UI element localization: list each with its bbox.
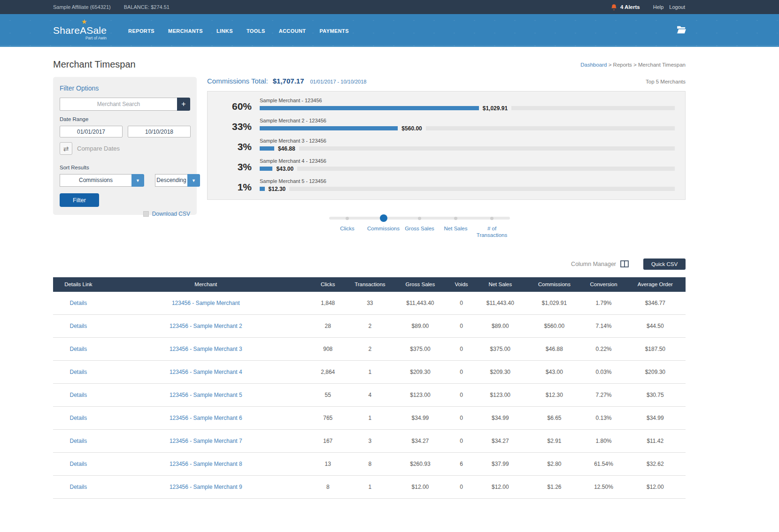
bar-value-label: $43.00 [276,166,293,172]
merchant-search-input[interactable] [60,98,177,111]
metric-tab-label[interactable]: Commissions [367,226,400,232]
end-date-input[interactable] [128,126,191,137]
table-cell: 13 [308,453,348,476]
merchant-link[interactable]: 123456 - Sample Merchant 6 [170,415,242,421]
sort-results-label: Sort Results [60,165,190,170]
metric-tab-clicks[interactable]: Clicks [329,214,365,239]
table-cell: 0 [448,292,474,315]
nav-item-payments[interactable]: PAYMENTS [319,28,349,34]
download-csv-checkbox[interactable] [143,211,149,217]
table-cell: 0 [448,338,474,361]
metric-tab-gross-sales[interactable]: Gross Sales [401,214,438,239]
table-cell: 1.79% [582,292,625,315]
merchant-link[interactable]: 123456 - Sample Merchant 2 [170,323,242,329]
metric-tab-commissions[interactable]: Commissions [365,214,401,239]
table-cell: $11.42 [625,430,686,453]
start-date-input[interactable] [60,126,123,137]
column-manager-button[interactable]: Column Manager [571,260,629,267]
table-cell: $12.00 [625,476,686,499]
details-link[interactable]: Details [70,438,87,444]
sort-direction-select[interactable]: Descending ▼ [155,174,200,187]
table-cell: 8 [348,453,392,476]
bar-merchant-label: Sample Merchant 3 - 123456 [260,138,675,144]
bar-value-label: $46.88 [278,145,295,152]
nav-item-links[interactable]: LINKS [216,28,233,34]
merchant-link[interactable]: 123456 - Sample Merchant [172,300,240,306]
help-link[interactable]: Help [653,4,664,10]
metric-tab-label[interactable]: # of Transactions [474,226,510,239]
metric-dot[interactable] [346,217,349,220]
nav-item-reports[interactable]: REPORTS [128,28,154,34]
table-row: Details123456 - Sample Merchant 2282$89.… [53,315,686,338]
bar-fill [260,126,398,130]
nav-item-account[interactable]: ACCOUNT [279,28,306,34]
merchant-report-table: Details LinkMerchantClicksTransactionsGr… [53,277,686,499]
topbar-account-info: Sample Affiliate (654321) BALANCE: $274.… [53,4,170,10]
merchant-link[interactable]: 123456 - Sample Merchant 8 [170,461,242,467]
bar-merchant-label: Sample Merchant 5 - 123456 [260,178,675,184]
merchant-link[interactable]: 123456 - Sample Merchant 7 [170,438,242,444]
top-merchants-bar-chart: 60%Sample Merchant - 123456$1,029.9133%S… [207,91,686,200]
sort-field-value: Commissions [60,174,131,187]
table-row: Details123456 - Sample Merchant 71673$34… [53,430,686,453]
alerts-button[interactable]: 4 Alerts [610,4,640,11]
details-link[interactable]: Details [70,461,87,467]
filter-button[interactable]: Filter [60,193,99,207]
sort-field-select[interactable]: Commissions ▼ [60,174,144,187]
merchant-link[interactable]: 123456 - Sample Merchant 3 [170,346,242,352]
bar-percent-label: 3% [208,142,260,152]
metric-dot[interactable] [454,217,457,220]
logo[interactable]: ★ ShareASale Part of Awin [53,21,107,40]
table-cell: 2 [348,315,392,338]
metric-dot[interactable] [490,217,494,220]
table-cell: 3 [348,430,392,453]
metric-tab-label[interactable]: Clicks [340,226,355,232]
details-link[interactable]: Details [70,484,87,490]
col-header-average-order: Average Order [625,277,686,292]
table-cell: $375.00 [474,338,526,361]
details-link[interactable]: Details [70,346,87,352]
quick-csv-button[interactable]: Quick CSV [643,258,686,270]
details-link[interactable]: Details [70,392,87,398]
bar-merchant-label: Sample Merchant 4 - 123456 [260,158,675,164]
merchant-link[interactable]: 123456 - Sample Merchant 9 [170,484,242,490]
col-header-transactions: Transactions [348,277,392,292]
details-link[interactable]: Details [70,415,87,421]
table-cell: 0 [448,315,474,338]
bar-percent-label: 60% [208,101,260,111]
compare-dates-icon[interactable]: ⇄ [60,142,72,155]
metric-tab-label[interactable]: Gross Sales [405,226,434,232]
table-cell: $187.50 [625,338,686,361]
nav-item-tools[interactable]: TOOLS [247,28,265,34]
table-cell: 7.14% [582,315,625,338]
table-cell: $11,443.40 [474,292,526,315]
table-cell: 2,864 [308,361,348,384]
nav-item-merchants[interactable]: MERCHANTS [168,28,203,34]
nav-menu: REPORTSMERCHANTSLINKSTOOLSACCOUNTPAYMENT… [128,26,349,35]
chart-section: Commissions Total: $1,707.17 01/01/2017 … [207,77,686,239]
details-link[interactable]: Details [70,300,87,306]
metric-tab-net-sales[interactable]: Net Sales [438,214,474,239]
details-link[interactable]: Details [70,323,87,329]
details-link[interactable]: Details [70,369,87,375]
logout-link[interactable]: Logout [669,4,685,10]
download-csv-label[interactable]: Download CSV [152,211,190,217]
metric-tab-of-transactions[interactable]: # of Transactions [474,214,510,239]
chevron-down-icon[interactable]: ▼ [131,174,144,187]
metric-dot-active[interactable] [380,214,387,222]
metric-tab-label[interactable]: Net Sales [444,226,468,232]
table-cell: 0 [448,476,474,499]
add-merchant-button[interactable]: + [177,98,190,111]
chevron-down-icon[interactable]: ▼ [187,174,200,187]
breadcrumb-dashboard[interactable]: Dashboard [580,62,607,68]
bar-merchant-label: Sample Merchant 2 - 123456 [260,118,675,123]
merchant-link[interactable]: 123456 - Sample Merchant 4 [170,369,242,375]
table-cell: $346.77 [625,292,686,315]
metric-dot[interactable] [418,217,421,220]
bell-icon [610,4,617,11]
merchant-link[interactable]: 123456 - Sample Merchant 5 [170,392,242,398]
table-cell: 12.50% [582,476,625,499]
chart-bar-row: 1%Sample Merchant 5 - 123456$12.30 [208,178,685,192]
table-cell: 0 [448,384,474,407]
folder-icon[interactable] [677,26,686,36]
